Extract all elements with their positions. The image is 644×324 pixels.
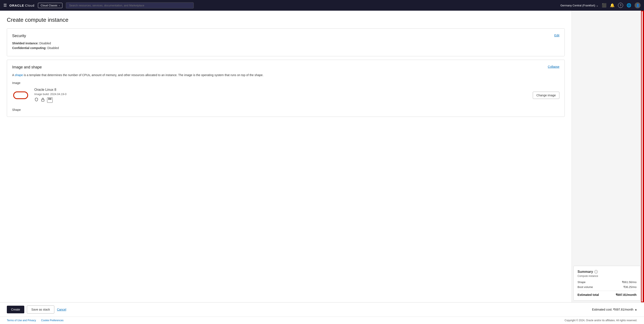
bm-icon: BM	[47, 98, 53, 103]
shielded-value: Disabled	[40, 42, 51, 45]
shape-cost-value: ₹661.56/mo	[622, 280, 636, 284]
estimated-total-label: Estimated total	[578, 293, 599, 296]
region-chevron-icon: ⌄	[596, 4, 598, 7]
globe-icon[interactable]: 🌐	[626, 3, 631, 8]
oracle-logo: ORACLE Cloud	[10, 4, 34, 7]
search-input[interactable]	[66, 2, 194, 8]
shape-cost-label: Shape	[578, 280, 586, 284]
copyright-text: Copyright © 2024, Oracle and/or its affi…	[564, 319, 637, 322]
image-info: Oracle Linux 8 Image build: 2024.04.19-0	[34, 88, 528, 103]
summary-divider	[578, 291, 636, 291]
oracle-text: ORACLE	[10, 4, 24, 7]
summary-subtitle: Compute instance	[578, 274, 636, 278]
nav-right-section: Germany Central (Frankfurt) ⌄ ⬛ 🔔 ? 🌐 👤	[560, 2, 640, 8]
confidential-label: Confidential computing:	[12, 46, 46, 50]
scrollbar-highlight	[643, 11, 644, 302]
cloud-text: Cloud	[25, 4, 34, 7]
bottom-bar: Create Save as stack Cancel Estimated co…	[0, 302, 644, 316]
cost-chevron-icon: ▲	[634, 308, 637, 311]
summary-header: Summary i	[578, 270, 636, 274]
boot-volume-cost-label: Boot volume	[578, 286, 593, 288]
lock-icon	[41, 98, 45, 103]
estimated-total-value: ₹697.81/month	[616, 293, 636, 296]
svg-rect-0	[42, 99, 44, 101]
shield-icon	[34, 98, 38, 103]
shape-cost-row: Shape ₹661.56/mo	[578, 280, 636, 284]
oracle-pill-icon	[13, 92, 28, 99]
content-area: Create compute instance Security Edit Sh…	[0, 11, 572, 302]
summary-panel: Summary i Compute instance Shape ₹661.56…	[574, 266, 640, 300]
summary-info-icon[interactable]: i	[594, 270, 598, 274]
summary-title: Summary	[578, 270, 593, 274]
terms-link[interactable]: Terms of Use and Privacy	[7, 319, 36, 322]
cancel-button[interactable]: Cancel	[57, 306, 66, 313]
security-card-header: Security Edit	[12, 34, 560, 38]
estimated-cost-label: Estimated cost: ₹697.81/month	[592, 308, 633, 311]
image-label: Image	[12, 81, 560, 84]
estimated-total-row: Estimated total ₹697.81/month	[578, 293, 636, 296]
boot-volume-cost-row: Boot volume ₹36.25/mo	[578, 286, 636, 288]
confidential-value: Disabled	[47, 46, 59, 50]
confidential-computing-row: Confidential computing: Disabled	[12, 46, 560, 50]
bell-icon[interactable]: 🔔	[610, 3, 614, 8]
user-avatar-icon[interactable]: 👤	[634, 2, 640, 8]
cookie-link[interactable]: Cookie Preferences	[41, 319, 64, 322]
create-button[interactable]: Create	[7, 306, 24, 313]
shape-label: Shape	[12, 108, 560, 112]
image-icons: BM	[34, 98, 528, 103]
save-as-stack-button[interactable]: Save as stack	[27, 306, 54, 314]
cloud-classic-button[interactable]: Cloud Classic ›	[38, 3, 63, 8]
image-name: Oracle Linux 8	[34, 88, 528, 92]
collapse-button[interactable]: Collapse	[548, 65, 560, 68]
security-edit-button[interactable]: Edit	[554, 34, 560, 37]
shielded-instance-row: Shielded instance: Disabled	[12, 42, 560, 45]
shape-description: A shape is a template that determines th…	[12, 73, 560, 78]
description-pre: A	[12, 73, 15, 77]
page-title: Create compute instance	[7, 17, 565, 23]
change-image-button[interactable]: Change image	[533, 92, 560, 99]
footer: Terms of Use and Privacy Cookie Preferen…	[0, 316, 644, 324]
image-shape-card-title: Image and shape	[12, 65, 42, 70]
estimated-cost-display[interactable]: Estimated cost: ₹697.81/month ▲	[592, 308, 637, 311]
main-container: Create compute instance Security Edit Sh…	[0, 11, 644, 302]
image-shape-card: Image and shape Collapse A shape is a te…	[7, 60, 565, 117]
image-build: Image build: 2024.04.19-0	[34, 92, 528, 96]
shielded-label: Shielded instance:	[12, 42, 38, 45]
boot-volume-cost-value: ₹36.25/mo	[623, 286, 636, 288]
oracle-logo-image	[12, 87, 29, 104]
hamburger-icon[interactable]: ☰	[4, 3, 7, 8]
description-post: is a template that determines the number…	[23, 73, 264, 77]
image-row: Oracle Linux 8 Image build: 2024.04.19-0	[12, 87, 560, 104]
region-label: Germany Central (Frankfurt)	[560, 4, 595, 7]
shape-link[interactable]: shape	[15, 73, 23, 77]
security-card: Security Edit Shielded instance: Disable…	[7, 28, 565, 56]
help-icon[interactable]: ?	[618, 3, 623, 8]
cloud-classic-label: Cloud Classic	[41, 4, 58, 7]
security-card-title: Security	[12, 34, 26, 38]
top-navigation: ☰ ORACLE Cloud Cloud Classic › Germany C…	[0, 0, 644, 11]
image-shape-card-header: Image and shape Collapse	[12, 65, 560, 70]
terminal-icon[interactable]: ⬛	[602, 3, 606, 8]
bottom-bar-actions: Create Save as stack Cancel	[7, 306, 66, 314]
right-panel: Summary i Compute instance Shape ₹661.56…	[572, 11, 644, 302]
cloud-classic-arrow-icon: ›	[59, 4, 60, 7]
region-selector[interactable]: Germany Central (Frankfurt) ⌄	[560, 4, 598, 7]
